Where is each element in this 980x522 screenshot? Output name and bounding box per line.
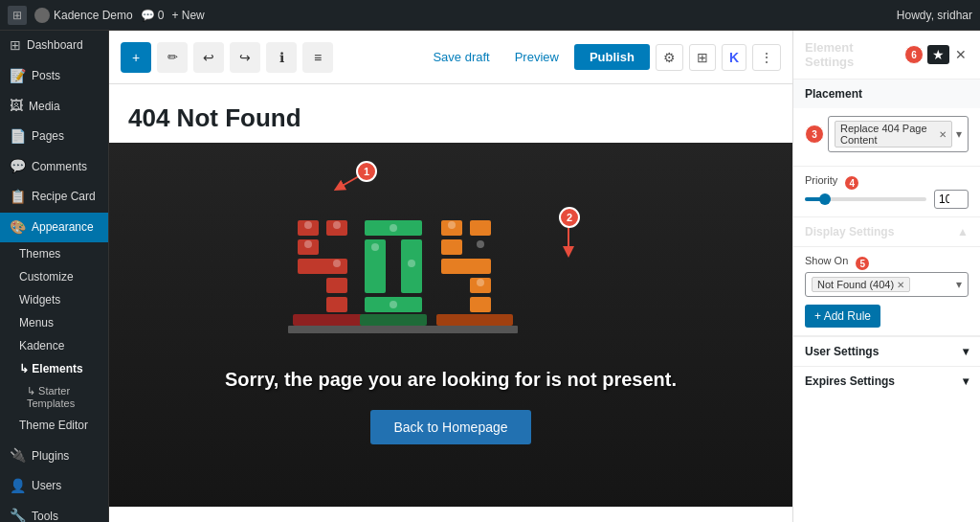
show-on-chevron-icon[interactable]: ▾ bbox=[956, 278, 962, 291]
user-settings-label: User Settings bbox=[805, 345, 879, 358]
wp-icon: ⊞ bbox=[12, 9, 22, 22]
info-icon: ℹ bbox=[279, 50, 284, 65]
sidebar-sub-kadence[interactable]: Kadence bbox=[0, 334, 108, 357]
settings-panel-button[interactable]: ⚙ bbox=[656, 44, 683, 71]
media-icon: 🖼 bbox=[10, 97, 23, 116]
blocks-icon: ⊞ bbox=[697, 50, 708, 65]
panel-title: Element Settings bbox=[805, 40, 904, 69]
new-menu[interactable]: + New bbox=[171, 9, 204, 22]
sidebar-sub-starter-templates[interactable]: ↳ Starter Templates bbox=[0, 380, 108, 414]
svg-rect-10 bbox=[326, 297, 347, 312]
placement-section: Placement 3 Replace 404 Page Content ✕ ▾ bbox=[793, 79, 980, 167]
svg-point-22 bbox=[390, 301, 397, 308]
priority-slider-row bbox=[805, 190, 969, 209]
sidebar-item-comments[interactable]: 💬 Comments bbox=[0, 151, 108, 182]
placement-header: Placement bbox=[793, 79, 980, 108]
svg-rect-7 bbox=[298, 259, 347, 274]
display-settings-header[interactable]: Display Settings ▲ bbox=[793, 217, 980, 247]
sidebar-sub-themes[interactable]: Themes bbox=[0, 242, 108, 265]
sidebar-sub-widgets[interactable]: Widgets bbox=[0, 288, 108, 311]
posts-icon: 📝 bbox=[10, 67, 26, 86]
plus-icon: + bbox=[132, 50, 140, 65]
plugins-label: Plugins bbox=[32, 448, 69, 465]
expires-settings-section[interactable]: Expires Settings ▾ bbox=[793, 366, 980, 396]
annotation-6: 6 bbox=[904, 45, 924, 64]
list-button[interactable]: ≡ bbox=[302, 42, 333, 73]
placement-body: 3 Replace 404 Page Content ✕ ▾ bbox=[793, 108, 980, 166]
sidebar-sub-elements[interactable]: ↳ Elements bbox=[0, 357, 108, 380]
svg-rect-9 bbox=[326, 278, 347, 293]
svg-rect-35 bbox=[288, 326, 518, 333]
main-layout: ⊞ Dashboard 📝 Posts 🖼 Media 📄 Pages 💬 Co… bbox=[0, 31, 980, 522]
sidebar-sub-theme-editor[interactable]: Theme Editor bbox=[0, 414, 108, 437]
show-on-label: Show On 5 bbox=[793, 247, 980, 266]
kadence-button[interactable]: K bbox=[722, 44, 746, 71]
sidebar-item-media[interactable]: 🖼 Media bbox=[0, 91, 108, 122]
kadence-icon: K bbox=[729, 50, 739, 65]
priority-slider[interactable] bbox=[805, 197, 926, 201]
block-inserter-button[interactable]: ⊞ bbox=[689, 44, 716, 71]
sidebar-item-users[interactable]: 👤 Users bbox=[0, 471, 108, 502]
placement-chevron-icon[interactable]: ▾ bbox=[956, 127, 962, 141]
howdy-text: Howdy, sridhar bbox=[897, 9, 972, 22]
star-button[interactable]: ★ bbox=[927, 45, 949, 64]
page-404-header: 404 Not Found bbox=[109, 84, 792, 143]
svg-rect-33 bbox=[360, 314, 427, 326]
add-rule-button[interactable]: + Add Rule bbox=[805, 305, 880, 328]
page-404-content: Sorry, the page you are looking for is n… bbox=[109, 143, 792, 507]
more-options-button[interactable]: ⋮ bbox=[752, 44, 781, 71]
sidebar-item-pages[interactable]: 📄 Pages bbox=[0, 122, 108, 152]
sidebar-item-appearance[interactable]: 🎨 Appearance bbox=[0, 213, 108, 243]
site-name-area[interactable]: Kadence Demo bbox=[34, 8, 133, 23]
canvas-inner: 1 2 3 404 Not Found bbox=[109, 84, 792, 522]
sidebar-sub-customize[interactable]: Customize bbox=[0, 265, 108, 288]
preview-button[interactable]: Preview bbox=[505, 44, 568, 70]
appearance-label: Appearance bbox=[32, 219, 94, 236]
redo-button[interactable]: ↪ bbox=[230, 42, 260, 73]
priority-input[interactable] bbox=[934, 190, 969, 209]
sidebar-item-tools[interactable]: 🔧 Tools bbox=[0, 501, 108, 522]
lego-scene bbox=[109, 206, 792, 359]
wordpress-logo: ⊞ bbox=[8, 6, 27, 25]
lego-svg bbox=[288, 206, 613, 359]
placement-field[interactable]: Replace 404 Page Content ✕ ▾ bbox=[828, 116, 969, 152]
svg-point-12 bbox=[333, 221, 341, 229]
show-on-field[interactable]: Not Found (404) ✕ ▾ bbox=[805, 272, 969, 297]
user-settings-section[interactable]: User Settings ▾ bbox=[793, 336, 980, 366]
close-icon: ✕ bbox=[955, 47, 967, 62]
sidebar-item-dashboard[interactable]: ⊞ Dashboard bbox=[0, 31, 108, 61]
dashboard-label: Dashboard bbox=[27, 37, 83, 54]
undo-button[interactable]: ↩ bbox=[193, 42, 224, 73]
panel-header-icons: 6 ★ ✕ bbox=[904, 45, 969, 64]
add-block-button[interactable]: + bbox=[121, 42, 151, 73]
tools-icon: 🔧 bbox=[10, 507, 26, 522]
editor-toolbar: + ✏ ↩ ↪ ℹ ≡ Save draft Preview Publish ⚙ bbox=[109, 31, 792, 84]
sidebar-item-posts[interactable]: 📝 Posts bbox=[0, 61, 108, 92]
elements-arrow: ↳ bbox=[19, 362, 32, 375]
svg-point-30 bbox=[477, 240, 484, 248]
info-button[interactable]: ℹ bbox=[266, 42, 297, 73]
title-404: 404 Not Found bbox=[128, 103, 301, 132]
back-to-homepage-button[interactable]: Back to Homepage bbox=[370, 410, 530, 444]
edit-button[interactable]: ✏ bbox=[157, 42, 188, 73]
close-panel-button[interactable]: ✕ bbox=[953, 45, 969, 64]
svg-rect-24 bbox=[441, 239, 462, 255]
svg-rect-25 bbox=[441, 259, 491, 274]
sidebar-item-recipe[interactable]: 📋 Recipe Card bbox=[0, 182, 108, 213]
pages-label: Pages bbox=[32, 128, 64, 145]
comments-link[interactable]: 💬 0 bbox=[141, 9, 165, 22]
sidebar-item-plugins[interactable]: 🔌 Plugins bbox=[0, 441, 108, 471]
settings-panel-icon: ⚙ bbox=[663, 50, 676, 65]
svg-point-21 bbox=[408, 260, 415, 267]
placement-tag-remove[interactable]: ✕ bbox=[939, 129, 947, 140]
annotation-3-panel: 3 bbox=[805, 125, 824, 144]
customize-label: Customize bbox=[19, 270, 74, 284]
editor-canvas: 1 2 3 404 Not Found bbox=[109, 84, 792, 522]
publish-button[interactable]: Publish bbox=[574, 44, 650, 70]
svg-point-11 bbox=[304, 221, 312, 229]
sidebar-sub-menus[interactable]: Menus bbox=[0, 311, 108, 334]
save-draft-button[interactable]: Save draft bbox=[423, 44, 499, 70]
show-on-remove[interactable]: ✕ bbox=[897, 280, 904, 290]
priority-body: Priority 4 bbox=[793, 167, 980, 216]
svg-point-20 bbox=[371, 243, 379, 251]
